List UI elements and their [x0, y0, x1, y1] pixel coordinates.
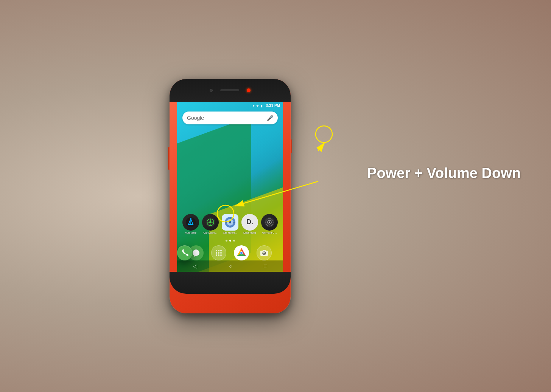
- svg-point-24: [269, 222, 270, 223]
- status-bar: ▾ ✈ ▮ 3:31 PM: [177, 102, 283, 110]
- svg-point-37: [240, 252, 243, 254]
- svg-point-30: [220, 252, 222, 254]
- bottom-bezel: [170, 272, 291, 294]
- scene: ▾ ✈ ▮ 3:31 PM Google 🎤: [0, 0, 551, 392]
- svg-point-33: [220, 254, 222, 256]
- back-button[interactable]: ◁: [193, 263, 197, 269]
- phone-app-icon[interactable]: [177, 245, 192, 260]
- status-time: 3:31 PM: [266, 104, 280, 108]
- list-item[interactable]: AutoMate: [182, 214, 199, 234]
- annotation-label: Power + Volume Down: [367, 164, 521, 183]
- camera-icon[interactable]: [257, 245, 272, 260]
- battery-icon: ▮: [261, 104, 263, 108]
- search-bar[interactable]: Google 🎤: [182, 112, 278, 124]
- mic-icon[interactable]: 🎤: [267, 115, 273, 121]
- svg-text:D.: D.: [246, 218, 253, 226]
- svg-point-3: [190, 218, 191, 220]
- app-label: Drivemode: [243, 231, 256, 234]
- list-item[interactable]: Car Dashr...: [202, 214, 219, 234]
- cardash-icon: [202, 214, 219, 231]
- google-text: Google: [187, 115, 267, 121]
- svg-point-6: [209, 221, 212, 223]
- home-button[interactable]: ○: [229, 263, 232, 269]
- automate-icon: [182, 214, 199, 231]
- svg-point-28: [216, 252, 217, 254]
- svg-point-29: [218, 252, 219, 254]
- carhome-icon: [222, 214, 238, 231]
- power-button[interactable]: [291, 139, 292, 153]
- page-dot: [226, 240, 227, 242]
- svg-point-25: [216, 250, 217, 251]
- svg-rect-41: [263, 250, 266, 251]
- svg-point-26: [218, 250, 219, 251]
- app-label: Car Dashr...: [203, 231, 217, 234]
- app-label: AutoMate: [185, 231, 196, 234]
- ultimatec-icon: [261, 214, 278, 231]
- drivemode-icon: D.: [241, 214, 258, 231]
- chrome-icon[interactable]: [234, 245, 249, 260]
- svg-point-14: [229, 221, 231, 223]
- svg-point-31: [216, 254, 217, 256]
- phone-screen: ▾ ✈ ▮ 3:31 PM Google 🎤: [177, 102, 283, 272]
- top-bezel: [170, 79, 291, 102]
- nav-bar: ◁ ○ □: [177, 260, 283, 272]
- page-dot: [233, 240, 235, 242]
- phone: ▾ ✈ ▮ 3:31 PM Google 🎤: [170, 79, 291, 313]
- svg-point-27: [220, 250, 222, 251]
- power-circle: [316, 126, 332, 143]
- screen-wrapper: ▾ ✈ ▮ 3:31 PM Google 🎤: [177, 102, 283, 272]
- page-dot-active: [229, 240, 231, 242]
- apps-icon[interactable]: [211, 245, 226, 260]
- svg-point-32: [218, 254, 219, 256]
- page-dots: [177, 240, 283, 242]
- app-label: Car Home...: [223, 231, 237, 234]
- volume-button[interactable]: [168, 147, 170, 170]
- app-row: AutoMate: [177, 214, 283, 234]
- status-icons: ▾ ✈ ▮ 3:31 PM: [253, 104, 280, 108]
- app-label: Ultimate C...: [262, 231, 277, 234]
- arrow-to-power: [318, 143, 325, 151]
- airplane-icon: ✈: [256, 104, 259, 108]
- list-item[interactable]: Ultimate C...: [261, 214, 278, 234]
- list-item[interactable]: Car Home...: [222, 214, 238, 234]
- speaker: [220, 89, 239, 91]
- front-camera: [210, 89, 213, 92]
- bottom-dock: [177, 245, 283, 260]
- list-item[interactable]: D. Drivemode: [241, 214, 258, 234]
- svg-point-40: [263, 253, 265, 254]
- notification-led: [247, 88, 251, 92]
- recents-button[interactable]: □: [264, 263, 267, 269]
- wifi-icon: ▾: [253, 104, 255, 108]
